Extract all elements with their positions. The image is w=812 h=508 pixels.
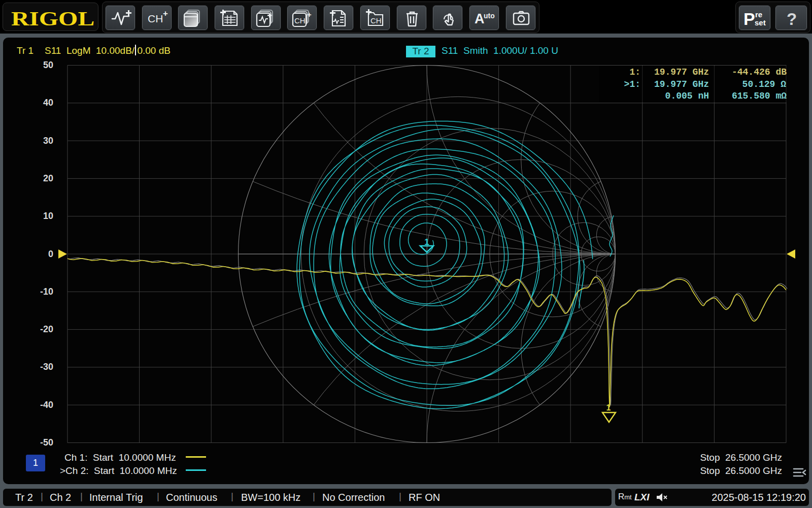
svg-text:1: 1 bbox=[424, 237, 429, 247]
svg-text:1: 1 bbox=[606, 403, 611, 412]
